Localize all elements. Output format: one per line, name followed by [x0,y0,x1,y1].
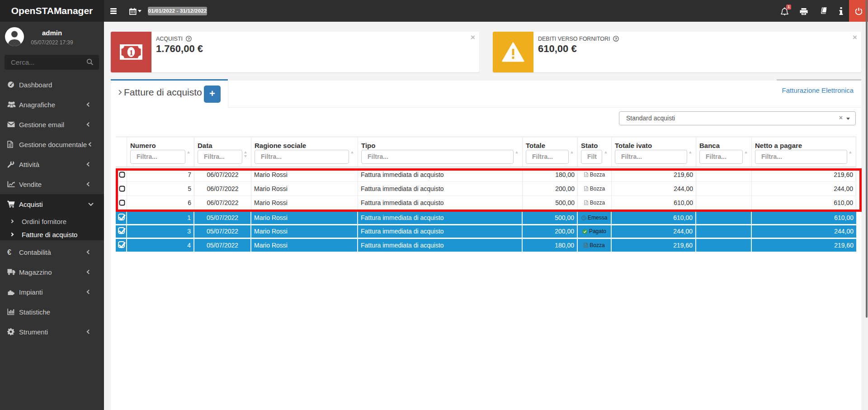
svg-text:?: ? [188,37,190,41]
svg-text:1: 1 [129,48,133,57]
svg-text:€: € [7,248,11,256]
svg-text:?: ? [615,37,618,41]
